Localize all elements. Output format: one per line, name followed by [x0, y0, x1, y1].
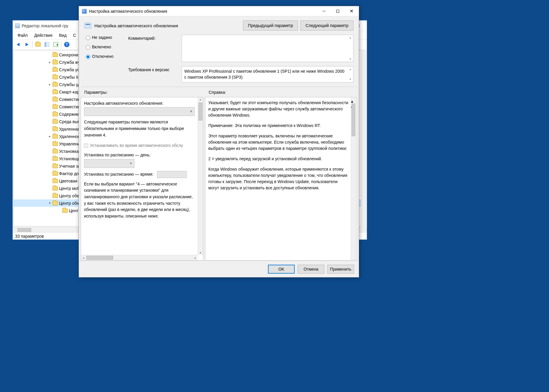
- help-icon: ?: [64, 42, 69, 47]
- dialog-app-icon: [82, 9, 87, 14]
- toolbar-separator: [61, 41, 61, 48]
- folder-icon: [53, 179, 58, 183]
- help-title: Справка:: [205, 90, 357, 97]
- folder-up-icon: [35, 42, 41, 47]
- folder-icon: [53, 53, 58, 57]
- tree-item-label: Содержимо: [59, 112, 82, 117]
- cancel-button[interactable]: Отмена: [298, 265, 324, 274]
- dialog-columns: Параметры: Настройка автоматического обн…: [79, 87, 359, 261]
- options-footer-para: Если вы выбрали вариант "4 — автоматичес…: [84, 181, 195, 220]
- state-radio-group: Не задано Включено Отключено: [84, 35, 128, 82]
- expand-icon[interactable]: ▸: [48, 82, 52, 86]
- radio-not-configured[interactable]: Не задано: [84, 35, 128, 40]
- menu-s[interactable]: С: [70, 32, 79, 38]
- scroll-down-icon[interactable]: ▾: [348, 57, 353, 61]
- tree-item-label: Центр обн: [59, 201, 79, 206]
- folder-icon: [53, 97, 58, 101]
- prev-setting-button[interactable]: Предыдущий параметр: [243, 20, 298, 31]
- expand-icon[interactable]: ▸: [48, 134, 52, 138]
- apply-button[interactable]: Применить: [327, 265, 354, 274]
- radio-enabled[interactable]: Включено: [84, 44, 128, 50]
- ok-button[interactable]: OK: [268, 265, 295, 274]
- scroll-up-icon[interactable]: ▴: [348, 67, 353, 72]
- scroll-left-icon[interactable]: ◂: [81, 255, 86, 260]
- radio-disabled-label: Отключено: [92, 54, 114, 59]
- help-column: Справка: Указывает, будет ли этот компью…: [205, 90, 357, 261]
- tree-item-label: Установка: [59, 149, 79, 154]
- scroll-down-icon[interactable]: ▾: [348, 77, 353, 82]
- minimize-button[interactable]: [317, 7, 331, 16]
- scroll-down-icon[interactable]: ▾: [198, 251, 203, 254]
- options-title: Параметры:: [81, 90, 203, 97]
- expand-icon[interactable]: ▸: [48, 60, 52, 64]
- options-time-field[interactable]: [157, 171, 187, 178]
- comment-scrollbar[interactable]: ▴ ▾: [348, 36, 353, 61]
- folder-icon: [53, 201, 58, 205]
- scroll-up-icon[interactable]: ▴: [198, 98, 203, 101]
- vertical-scrollbar[interactable]: [361, 50, 366, 226]
- tree-item-label: Службы IIS: [59, 75, 81, 80]
- folder-icon: [53, 90, 58, 94]
- tree-item-label: Службы уд: [59, 82, 80, 87]
- folder-icon: [62, 209, 68, 213]
- policy-icon: [84, 23, 91, 28]
- options-day-label: Установка по расписанию — день:: [84, 152, 195, 158]
- tree-item-label: Служба уст: [59, 67, 81, 72]
- folder-icon: [53, 134, 58, 139]
- tree-item-label: Удаленная: [59, 127, 80, 131]
- show-panel-button[interactable]: [43, 40, 51, 49]
- options-cfg-dropdown[interactable]: [84, 107, 195, 116]
- radio-enabled-input[interactable]: [86, 45, 90, 50]
- folder-icon: [53, 120, 58, 124]
- options-horizontal-scrollbar[interactable]: ◂ ▸: [81, 255, 198, 260]
- options-column: Параметры: Настройка автоматического обн…: [81, 90, 203, 261]
- gpedit-app-icon: [15, 23, 20, 28]
- help-vertical-scrollbar[interactable]: ▴ ▾: [351, 98, 356, 260]
- supported-scrollbar[interactable]: ▴ ▾: [348, 67, 353, 82]
- scroll-up-icon[interactable]: ▴: [348, 36, 353, 40]
- dialog-header-label: Настройка автоматического обновления: [94, 23, 178, 28]
- panel-icon: [45, 42, 49, 47]
- maximize-button[interactable]: [331, 7, 345, 16]
- scroll-thumb[interactable]: [352, 104, 355, 136]
- dialog-titlebar[interactable]: Настройка автоматического обновления ✕: [79, 6, 359, 16]
- scroll-thumb[interactable]: [199, 103, 202, 120]
- radio-enabled-label: Включено: [92, 45, 111, 49]
- forward-button[interactable]: [23, 40, 31, 49]
- options-maint-label: Устанавливать во время автоматического о…: [90, 142, 183, 149]
- help-button[interactable]: ?: [63, 40, 71, 49]
- radio-disabled-input[interactable]: [86, 55, 90, 59]
- menu-view[interactable]: Вид: [56, 32, 69, 38]
- arrow-left-icon: [17, 43, 20, 46]
- tree-item-label: Совместим: [59, 97, 81, 102]
- folder-icon: [53, 60, 58, 64]
- expand-icon[interactable]: ▾: [48, 201, 52, 205]
- options-maint-checkbox[interactable]: Устанавливать во время автоматического о…: [84, 142, 195, 149]
- up-folder-button[interactable]: [34, 40, 42, 49]
- options-vertical-scrollbar[interactable]: ▴ ▾: [198, 97, 203, 255]
- comment-field[interactable]: ▴ ▾: [182, 35, 353, 62]
- tree-item-label: Синхрониз: [59, 53, 80, 57]
- next-setting-button[interactable]: Следующий параметр: [300, 20, 353, 31]
- menu-file[interactable]: Файл: [15, 32, 31, 38]
- help-paragraph: Когда Windows обнаружит обновления, кото…: [208, 166, 349, 191]
- state-and-fields-row: Не задано Включено Отключено Комментарий…: [79, 35, 359, 84]
- radio-not-configured-input[interactable]: [86, 36, 90, 40]
- comment-supported-column: Комментарий: ▴ ▾ Требования к версии: Wi…: [128, 35, 353, 82]
- radio-disabled[interactable]: Отключено: [84, 54, 128, 59]
- scroll-thumb[interactable]: [18, 228, 31, 232]
- menu-action[interactable]: Действие: [31, 32, 55, 38]
- scroll-thumb[interactable]: [86, 256, 113, 260]
- folder-icon: [53, 164, 58, 168]
- scroll-right-icon[interactable]: ▸: [193, 255, 198, 260]
- folder-icon: [53, 142, 58, 146]
- export-button[interactable]: [52, 40, 60, 49]
- comment-label: Комментарий:: [128, 35, 182, 62]
- close-button[interactable]: ✕: [345, 7, 358, 16]
- status-text: 33 параметров: [15, 234, 44, 239]
- back-button[interactable]: [14, 40, 22, 49]
- folder-icon: [53, 157, 58, 161]
- tree-item-label: Фактор до: [59, 171, 79, 176]
- minimize-icon: [323, 11, 326, 11]
- options-day-dropdown[interactable]: [84, 159, 134, 168]
